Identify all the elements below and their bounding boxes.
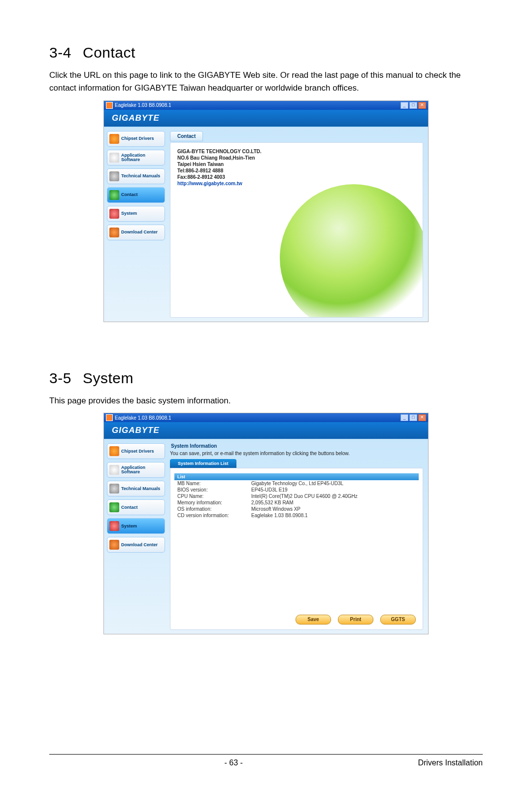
contact-address2: Taipei Hsien Taiwan: [177, 162, 416, 167]
sidebar-item-technical[interactable]: Technical Manuals: [107, 168, 165, 184]
row-value: Eaglelake 1.03 B8.0908.1: [251, 513, 308, 518]
footer-rule: [49, 754, 483, 755]
section-number: 3-4: [49, 44, 83, 61]
download-icon: [109, 540, 119, 550]
sidebar-item-application[interactable]: Application Software: [107, 462, 165, 478]
section-body-system: This page provides the basic system info…: [49, 395, 483, 407]
row-value: 2,095,532 KB RAM: [251, 500, 294, 505]
nav-label: System: [121, 524, 137, 528]
sidebar-item-download[interactable]: Download Center: [107, 537, 165, 553]
chipset-icon: [109, 134, 119, 144]
row-value: Gigabyte Technology Co., Ltd EP45-UD3L: [251, 481, 343, 486]
globe-icon: [109, 502, 119, 512]
download-icon: [109, 228, 119, 237]
nav-label: Contact: [121, 505, 138, 510]
sidebar: Chipset Drivers Application Software Tec…: [104, 439, 168, 634]
sidebar-item-application[interactable]: Application Software: [107, 150, 165, 165]
nav-label: Download Center: [121, 230, 158, 234]
close-button[interactable]: ✕: [418, 102, 426, 109]
brand-banner: GIGABYTE: [104, 422, 428, 439]
window-titlebar: Eaglelake 1.03 B8.0908.1 _ □ ✕: [104, 101, 428, 110]
manuals-icon: [109, 171, 119, 181]
row-key: CPU Name:: [177, 494, 251, 499]
table-row: OS information:Microsoft Windows XP: [174, 506, 419, 512]
table-row: Memory information:2,095,532 KB RAM: [174, 499, 419, 506]
table-row: CPU Name:Intel(R) Core(TM)2 Duo CPU E460…: [174, 493, 419, 499]
nav-label: Chipset Drivers: [121, 136, 154, 141]
system-info-heading: System Information: [171, 443, 423, 449]
save-button[interactable]: Save: [296, 615, 331, 625]
nav-label: Contact: [121, 193, 138, 197]
system-panel: List MB Name:Gigabyte Technology Co., Lt…: [170, 468, 423, 630]
sidebar: Chipset Drivers Application Software Tec…: [104, 127, 168, 322]
sidebar-item-contact[interactable]: Contact: [107, 499, 165, 515]
contact-fax: Fax:886-2-8912 4003: [177, 174, 416, 180]
minimize-button[interactable]: _: [400, 414, 408, 421]
screenshot-contact: Eaglelake 1.03 B8.0908.1 _ □ ✕ GIGABYTE …: [104, 101, 428, 322]
nav-label: Technical Manuals: [121, 487, 160, 491]
contact-address1: NO.6 Bau Chiang Road,Hsin-Tien: [177, 155, 416, 161]
maximize-button[interactable]: □: [409, 102, 417, 109]
section-heading-system: 3-5System: [49, 370, 483, 387]
app-icon: [106, 102, 113, 109]
sidebar-item-system[interactable]: System: [107, 518, 165, 534]
window-titlebar: Eaglelake 1.03 B8.0908.1 _ □ ✕: [104, 413, 428, 422]
contact-tel: Tel:886-2-8912 4888: [177, 168, 416, 173]
section-heading-contact: 3-4Contact: [49, 44, 483, 61]
window-title: Eaglelake 1.03 B8.0908.1: [115, 415, 171, 421]
contact-company: GIGA-BYTE TECHNOLOGY CO.LTD.: [177, 149, 416, 154]
row-key: BIOS version:: [177, 487, 251, 493]
table-row: CD version information:Eaglelake 1.03 B8…: [174, 512, 419, 519]
brand-text: GIGABYTE: [112, 113, 160, 123]
sidebar-item-contact[interactable]: Contact: [107, 187, 165, 203]
page-footer: - 63 - Drivers Installation: [49, 758, 483, 767]
nav-label: Application Software: [121, 465, 163, 474]
nav-label: Application Software: [121, 153, 163, 162]
system-icon: [109, 521, 119, 531]
row-key: CD version information:: [177, 513, 251, 518]
chipset-icon: [109, 446, 119, 456]
globe-graphic: [280, 184, 423, 318]
nav-label: Download Center: [121, 543, 158, 547]
contact-url[interactable]: http://www.gigabyte.com.tw: [177, 181, 416, 186]
footer-section: Drivers Installation: [418, 758, 483, 767]
application-icon: [109, 465, 119, 475]
row-key: OS information:: [177, 506, 251, 512]
tab-contact[interactable]: Contact: [170, 131, 203, 141]
nav-label: Technical Manuals: [121, 174, 160, 178]
grid-header: List: [174, 473, 419, 480]
nav-label: Chipset Drivers: [121, 449, 154, 454]
section-number: 3-5: [49, 370, 83, 387]
table-row: MB Name:Gigabyte Technology Co., Ltd EP4…: [174, 480, 419, 487]
window-title: Eaglelake 1.03 B8.0908.1: [115, 102, 171, 108]
globe-icon: [109, 190, 119, 200]
section-title: Contact: [83, 44, 135, 61]
tab-system-info-list[interactable]: System Information List: [170, 459, 236, 468]
page-number: - 63 -: [225, 758, 243, 767]
sidebar-item-chipset[interactable]: Chipset Drivers: [107, 443, 165, 459]
sidebar-item-technical[interactable]: Technical Manuals: [107, 481, 165, 496]
row-value: Microsoft Windows XP: [251, 506, 300, 512]
table-row: BIOS version:EP45-UD3L E19: [174, 487, 419, 493]
ggts-button[interactable]: GGTS: [380, 615, 416, 625]
system-icon: [109, 209, 119, 219]
close-button[interactable]: ✕: [418, 414, 426, 421]
brand-banner: GIGABYTE: [104, 110, 428, 127]
sidebar-item-system[interactable]: System: [107, 206, 165, 222]
row-value: EP45-UD3L E19: [251, 487, 288, 493]
nav-label: System: [121, 211, 137, 216]
row-value: Intel(R) Core(TM)2 Duo CPU E4600 @ 2.40G…: [251, 494, 358, 499]
manuals-icon: [109, 484, 119, 494]
application-icon: [109, 153, 119, 163]
system-info-desc: You can save, print, or e-mail the syste…: [170, 451, 423, 456]
row-key: MB Name:: [177, 481, 251, 486]
sidebar-item-download[interactable]: Download Center: [107, 225, 165, 240]
screenshot-system: Eaglelake 1.03 B8.0908.1 _ □ ✕ GIGABYTE …: [104, 413, 428, 634]
contact-panel: GIGA-BYTE TECHNOLOGY CO.LTD. NO.6 Bau Ch…: [170, 142, 423, 318]
section-title: System: [83, 370, 133, 386]
print-button[interactable]: Print: [338, 615, 373, 625]
maximize-button[interactable]: □: [409, 414, 417, 421]
minimize-button[interactable]: _: [400, 102, 408, 109]
sidebar-item-chipset[interactable]: Chipset Drivers: [107, 131, 165, 147]
app-icon: [106, 414, 113, 421]
